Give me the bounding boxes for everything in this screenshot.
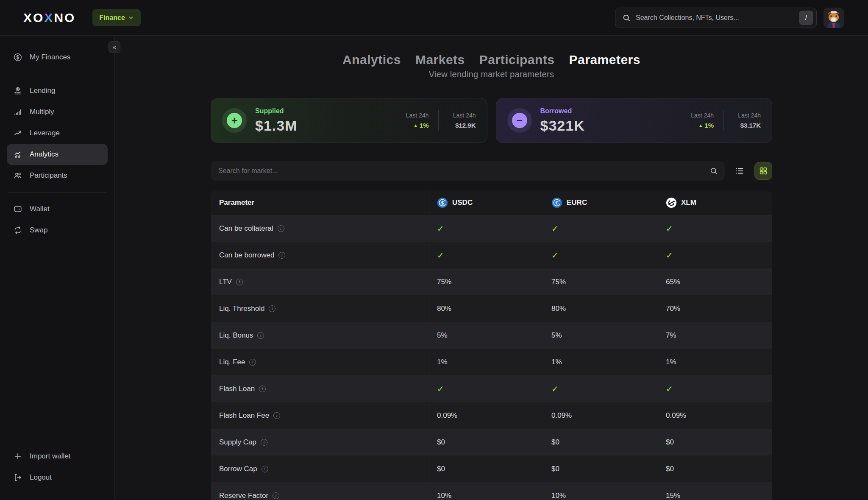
info-icon[interactable]: i [278,252,285,259]
cell-check: ✓ [429,242,544,268]
up-arrow-icon: ▲ [698,123,703,128]
cell-check: ✓ [544,215,658,242]
market-search-row [211,161,772,181]
up-arrow-icon: ▲ [414,123,418,128]
info-icon[interactable]: i [257,332,264,339]
cell-value: 1% [544,349,658,375]
cell-value: 65% [658,268,772,295]
plus-icon: + [227,113,242,128]
chevron-down-icon [128,15,134,21]
svg-text:$: $ [441,200,444,206]
table-header: Parameter $USDC€EURCXLM [211,190,772,215]
sidebar-item-wallet[interactable]: Wallet [7,198,108,220]
column-header-usdc: $USDC [429,190,544,215]
sidebar-item-logout[interactable]: Logout [7,467,108,488]
info-icon[interactable]: i [236,279,243,285]
grid-view-button[interactable] [754,162,772,180]
list-view-icon [735,166,744,176]
lending-icon [13,86,23,96]
sidebar-item-label: Lending [30,87,56,95]
sidebar-item-my-finances[interactable]: My Finances [7,47,108,68]
borrowed-volume-period: Last 24h [733,112,761,119]
page-subtitle: View lending market parameters [429,70,554,79]
cell-value: 0.09% [544,402,658,429]
supplied-card: + Supplied $1.3M Last 24h ▲ 1% Last 24h … [211,98,487,143]
market-search-input[interactable] [218,167,704,175]
list-view-button[interactable] [731,162,748,180]
param-label: Liq. Threshold [219,304,264,313]
info-icon[interactable]: i [273,492,279,499]
param-label: Borrow Cap [219,465,257,473]
info-icon[interactable]: i [249,359,256,366]
logo-text-2: NO [54,11,75,25]
avatar[interactable] [823,8,844,28]
sidebar-item-participants[interactable]: Participants [7,165,108,186]
table-row-liq-threshold: Liq. Thresholdi80%80%70% [211,295,772,322]
cell-value: 10% [544,482,658,500]
asset-name: EURC [567,198,587,207]
cell-value: 5% [429,322,544,349]
stat-cards: + Supplied $1.3M Last 24h ▲ 1% Last 24h … [211,98,772,143]
column-header-parameter: Parameter [211,190,429,215]
cell-value: $0 [658,455,772,482]
asset-name: XLM [681,198,696,207]
table-row-ltv: LTVi75%75%65% [211,268,772,295]
tab-markets[interactable]: Markets [415,53,465,67]
avatar-image [823,8,844,28]
asset-name: USDC [452,198,473,207]
info-icon[interactable]: i [278,225,284,232]
column-header-xlm: XLM [658,190,772,215]
cell-value: 80% [544,295,658,322]
supplied-value: $1.3M [255,117,298,134]
sidebar-item-import-wallet[interactable]: Import wallet [7,446,108,467]
param-label: Flash Loan Fee [219,411,269,420]
sidebar-item-label: Leverage [30,129,60,137]
topbar: XOXNO Finance / [0,0,868,36]
info-icon[interactable]: i [259,385,266,392]
supplied-label: Supplied [255,107,298,115]
info-icon[interactable]: i [261,439,267,446]
check-icon: ✓ [551,384,559,394]
column-header-eurc: €EURC [544,190,658,215]
global-search-input[interactable] [636,14,794,22]
cell-check: ✓ [658,242,772,268]
info-icon[interactable]: i [269,305,275,312]
sidebar-item-lending[interactable]: Lending [7,80,108,101]
divider [438,110,439,131]
borrowed-bubble: − [507,108,532,133]
info-icon[interactable]: i [273,412,280,419]
tab-parameters[interactable]: Parameters [569,53,640,67]
cell-check: ✓ [544,375,658,402]
sidebar-collapse-button[interactable]: « [108,41,120,53]
leverage-icon [13,128,23,138]
cell-value: $0 [658,429,772,455]
tab-participants[interactable]: Participants [479,53,555,67]
sidebar-item-multiply[interactable]: Multiply [7,101,108,123]
finance-dropdown-button[interactable]: Finance [92,9,140,26]
finance-dropdown-label: Finance [99,14,125,22]
borrowed-value: $321K [540,117,585,134]
cell-value: 70% [658,295,772,322]
sidebar-item-leverage[interactable]: Leverage [7,123,108,144]
sidebar-item-label: Import wallet [30,452,70,461]
market-search [211,161,725,181]
supplied-volume: $12.9K [448,122,476,129]
cell-check: ✓ [429,375,544,402]
cell-check: ✓ [658,375,772,402]
logo-accent-x: X [44,11,54,25]
table-row-reserve-factor: Reserve Factori10%10%15% [211,482,772,500]
sidebar-nav: My FinancesLendingMultiplyLeverageAnalyt… [7,47,108,241]
parameters-table: Parameter $USDC€EURCXLM Can be collatera… [211,190,772,500]
param-label: Reserve Factor [219,492,268,500]
check-icon: ✓ [437,223,444,234]
plus-icon [13,451,23,461]
borrowed-card: − Borrowed $321K Last 24h ▲ 1% Last 24h … [496,98,773,143]
cell-value: 0.09% [658,402,772,429]
tab-analytics[interactable]: Analytics [342,53,401,67]
logout-icon [13,472,23,483]
sidebar: « My FinancesLendingMultiplyLeverageAnal… [0,36,115,500]
supplied-volume-period: Last 24h [448,112,476,119]
sidebar-item-swap[interactable]: Swap [7,220,108,241]
sidebar-item-analytics[interactable]: Analytics [7,144,108,165]
info-icon[interactable]: i [262,466,268,472]
